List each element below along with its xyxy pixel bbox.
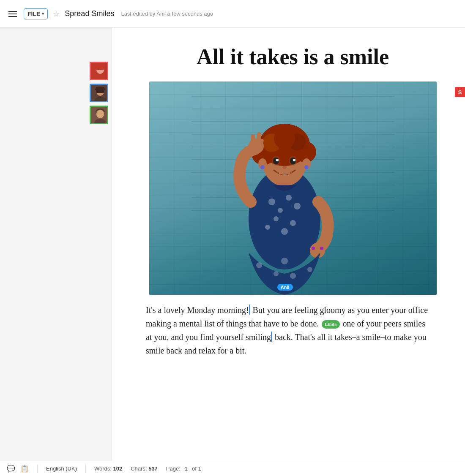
page-info: Page: of 1 [166,465,201,472]
document-image: Anil [149,82,437,295]
track-changes-icon[interactable]: 📋 [20,465,29,473]
svg-point-58 [256,262,262,268]
sidebar [0,28,112,461]
cursor-anil: Anil [277,284,293,291]
star-icon[interactable]: ☆ [53,9,60,19]
svg-point-46 [282,166,287,169]
last-edited-label: Last edited by Anil a few seconds ago [121,11,213,17]
body-text-1: It's a lovely Monday morning! [146,305,249,315]
status-bar: 💬 📋 English (UK) Words: 102 Chars: 537 P… [0,461,465,476]
page-number-input[interactable] [182,465,190,472]
status-divider-1 [37,465,38,473]
chevron-down-icon: ▾ [42,11,44,16]
svg-point-24 [268,199,275,205]
s-badge: S [455,87,465,97]
avatar-user2[interactable] [90,84,108,102]
svg-point-31 [265,225,270,230]
document-title[interactable]: Spread Smiles [65,9,114,18]
word-count: Words: 102 [94,465,122,472]
file-menu-button[interactable]: FILE ▾ [24,8,48,19]
main-layout: S All it takes is a smile [0,28,465,461]
document-body[interactable]: It's a lovely Monday morning! But you ar… [146,303,433,357]
svg-point-26 [286,195,292,201]
hamburger-menu-button[interactable] [7,9,19,19]
chars-count: 537 [148,465,158,472]
svg-point-27 [294,203,301,209]
header: FILE ▾ ☆ Spread Smiles Last edited by An… [0,0,465,28]
svg-point-30 [281,228,288,235]
page-label: Page: [166,465,181,472]
svg-point-57 [320,247,323,250]
cursor-linda: Linda [322,320,339,329]
status-divider-2 [85,465,86,473]
comment-icon[interactable]: 💬 [7,465,15,473]
svg-point-44 [276,159,279,161]
avatar-user1[interactable] [90,62,108,80]
svg-point-11 [96,110,104,118]
char-count: Chars: 537 [131,465,158,472]
status-left-icons: 💬 📋 [7,465,29,473]
words-label: Words: [94,465,112,472]
document-heading: All it takes is a smile [146,45,440,69]
language-selector[interactable]: English (UK) [46,465,77,472]
page-of: of 1 [192,465,201,472]
svg-rect-52 [251,134,255,147]
file-label: FILE [27,11,40,17]
svg-point-29 [290,220,296,226]
svg-point-56 [312,247,315,250]
svg-point-62 [281,258,288,264]
svg-point-39 [274,128,295,149]
svg-point-28 [274,216,279,221]
svg-point-49 [260,165,265,169]
collaborator-list [90,62,112,124]
svg-point-25 [278,208,283,213]
document-area[interactable]: S All it takes is a smile [112,28,465,461]
svg-point-50 [304,165,309,169]
svg-point-61 [307,267,312,272]
svg-point-60 [290,273,296,279]
chars-label: Chars: [131,465,147,472]
svg-point-45 [293,159,295,161]
words-count: 102 [113,465,123,472]
svg-point-59 [274,271,279,276]
avatar-user3[interactable] [90,106,108,124]
